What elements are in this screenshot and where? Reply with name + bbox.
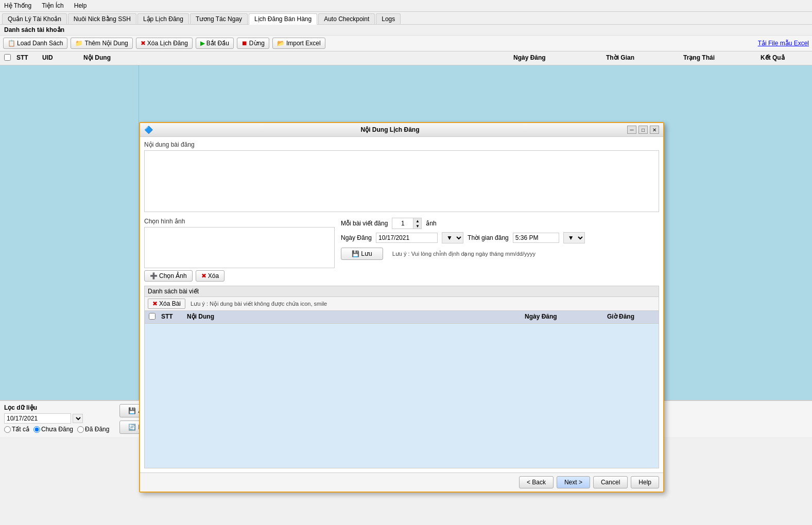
toolbar: 📋 Load Danh Sách 📁 Thêm Nội Dung ✖ Xóa L… — [0, 36, 812, 51]
so-anh-spinner: ▲ ▼ — [392, 218, 422, 229]
xoa-bai-icon: ✖ — [152, 300, 158, 307]
dialog-title: Nội Dung Lịch Đăng — [361, 126, 420, 133]
menu-help[interactable]: Help — [72, 1, 89, 10]
image-left: Chọn hình ảnh ➕ Chọn Ảnh ✖ Xóa — [144, 218, 335, 282]
load-icon: 📋 — [8, 40, 15, 47]
main-area: 🔷 Nội Dung Lịch Đăng ─ □ ✕ Nội dung bài … — [0, 65, 812, 400]
tab-bar: Quản Lý Tài Khoản Nuôi Nick Bằng SSH Lập… — [0, 12, 812, 25]
next-button[interactable]: Next > — [557, 476, 590, 488]
radio-tat-ca[interactable]: Tất cả — [4, 426, 29, 433]
tab-tuong-tac[interactable]: Tương Tác Ngay — [190, 13, 248, 24]
menu-tien-ich[interactable]: Tiện Ích — [40, 1, 66, 10]
xoa-icon: ✖ — [201, 272, 206, 279]
ngay-dang-input[interactable] — [376, 233, 438, 243]
dialog-window-controls: ─ □ ✕ — [627, 126, 659, 134]
chon-hinh-anh-label: Chọn hình ảnh — [144, 218, 335, 225]
loc-du-lieu-label: Lọc dữ liệu — [4, 404, 109, 411]
post-list-header: Danh sách bài viết — [145, 286, 659, 297]
dialog-body: Nội dung bài đăng Chọn hình ảnh ➕ Chọn Ả… — [140, 137, 663, 472]
moi-bai-viet-label: Mỗi bài viết đăng — [341, 220, 388, 227]
post-select-all[interactable] — [149, 313, 156, 320]
maximize-button[interactable]: □ — [638, 126, 648, 134]
post-table-body — [145, 324, 659, 468]
image-preview-box — [144, 227, 335, 268]
spinner-down[interactable]: ▼ — [413, 223, 421, 229]
filter-date-input[interactable] — [4, 413, 71, 424]
thoi-gian-input[interactable] — [513, 233, 559, 243]
save-icon: 💾 — [352, 250, 359, 257]
bat-dau-button[interactable]: ▶ Bắt Đầu — [196, 38, 234, 49]
dialog-titlebar: 🔷 Nội Dung Lịch Đăng ─ □ ✕ — [140, 123, 663, 137]
post-list-toolbar: ✖ Xóa Bài Lưu ý : Nội dung bài viết khôn… — [145, 297, 659, 311]
section-label: Danh sách tài khoản — [0, 25, 812, 36]
noi-dung-label: Nội dung bài đăng — [144, 141, 659, 148]
thoi-gian-dang-label: Thời gian đăng — [468, 234, 509, 241]
form-right: Mỗi bài viết đăng ▲ ▼ ảnh Ngày Đăng — [341, 218, 659, 282]
xoa-anh-button[interactable]: ✖ Xóa — [196, 270, 224, 282]
so-anh-input[interactable] — [392, 219, 413, 228]
menu-bar: Hệ Thống Tiện Ích Help — [0, 0, 812, 12]
cancel-button[interactable]: Cancel — [593, 476, 628, 488]
filter-section: Lọc dữ liệu ▼ Tất cả Chưa Đăng Đã Đăng — [4, 404, 109, 433]
minimize-button[interactable]: ─ — [627, 126, 636, 134]
luu-y-text: Lưu ý : Vui lòng chỉnh định dạng ngày th… — [392, 251, 535, 257]
radio-group: Tất cả Chưa Đăng Đã Đăng — [4, 426, 109, 433]
luu-button[interactable]: 💾 Lưu — [341, 248, 383, 260]
add-icon: 📁 — [75, 40, 83, 47]
ngay-dang-label: Ngày Đăng — [341, 234, 372, 241]
tab-logs[interactable]: Logs — [376, 13, 401, 24]
chon-anh-button[interactable]: ➕ Chọn Ảnh — [144, 270, 193, 282]
xoa-lich-dang-button[interactable]: ✖ Xóa Lịch Đăng — [136, 38, 193, 49]
them-noi-dung-button[interactable]: 📁 Thêm Nội Dung — [71, 38, 132, 49]
spinner-up[interactable]: ▲ — [413, 218, 421, 223]
delete-icon: ✖ — [141, 40, 146, 47]
anh-label: ảnh — [426, 220, 436, 227]
moi-bai-viet-row: Mỗi bài viết đăng ▲ ▼ ảnh — [341, 218, 659, 229]
chon-anh-icon: ➕ — [150, 272, 158, 279]
stop-icon: ⏹ — [241, 40, 248, 47]
ngay-dang-dropdown[interactable]: ▼ — [442, 232, 463, 243]
post-table-header: STT Nội Dung Ngày Đăng Giờ Đăng — [145, 311, 659, 324]
reset-icon: 🔄 — [128, 424, 136, 431]
radio-chua-dang[interactable]: Chưa Đăng — [33, 426, 73, 433]
tab-lap-lich[interactable]: Lập Lịch Đăng — [137, 13, 189, 24]
tab-quan-ly[interactable]: Quản Lý Tài Khoản — [2, 13, 67, 24]
tab-auto-checkpoint[interactable]: Auto Checkpoint — [318, 13, 375, 24]
tai-file-mau-link[interactable]: Tải File mẫu Excel — [758, 40, 809, 47]
filter-date-dropdown[interactable]: ▼ — [73, 414, 83, 423]
dung-button[interactable]: ⏹ Dừng — [237, 38, 269, 49]
image-buttons: ➕ Chọn Ảnh ✖ Xóa — [144, 270, 335, 282]
dialog-footer: < Back Next > Cancel Help — [140, 472, 663, 492]
image-section: Chọn hình ảnh ➕ Chọn Ảnh ✖ Xóa — [144, 218, 659, 282]
import-excel-button[interactable]: 📂 Import Excel — [272, 38, 325, 49]
table-header: STT UID Nội Dung Ngày Đăng Thời Gian Trạ… — [0, 51, 812, 65]
noi-dung-textarea[interactable] — [144, 150, 659, 212]
dialog-icon: 🔷 — [144, 126, 153, 134]
start-icon: ▶ — [200, 40, 205, 47]
noi-dung-lich-dang-dialog: 🔷 Nội Dung Lịch Đăng ─ □ ✕ Nội dung bài … — [139, 122, 664, 493]
note-icon-warn: Lưu ý : Nội dung bài viết không được chứ… — [191, 301, 327, 307]
xoa-bai-button[interactable]: ✖ Xóa Bài — [148, 299, 185, 309]
tab-lich-dang[interactable]: Lịch Đăng Bán Hàng — [249, 13, 317, 25]
help-button[interactable]: Help — [631, 476, 659, 488]
back-button[interactable]: < Back — [519, 476, 554, 488]
excel-icon: 📂 — [277, 40, 285, 47]
tab-nuoi-nick[interactable]: Nuôi Nick Bằng SSH — [68, 13, 136, 24]
luu-row: 💾 Lưu Lưu ý : Vui lòng chỉnh định dạng n… — [341, 248, 659, 260]
close-button[interactable]: ✕ — [650, 126, 659, 134]
post-list-section: Danh sách bài viết ✖ Xóa Bài Lưu ý : Nội… — [144, 286, 659, 468]
select-all-checkbox[interactable] — [4, 54, 11, 61]
thoi-gian-dropdown[interactable]: ▼ — [563, 232, 585, 243]
spinner-btns: ▲ ▼ — [413, 218, 421, 229]
left-panel — [0, 65, 139, 400]
danh-sach-bai-viet-label: Danh sách bài viết — [148, 288, 199, 295]
radio-da-dang[interactable]: Đã Đăng — [77, 426, 109, 433]
apply-icon: 💾 — [128, 407, 136, 414]
load-danh-sach-button[interactable]: 📋 Load Danh Sách — [3, 38, 67, 49]
ngay-dang-row: Ngày Đăng ▼ Thời gian đăng ▼ — [341, 232, 659, 243]
menu-he-thong[interactable]: Hệ Thống — [2, 1, 33, 10]
